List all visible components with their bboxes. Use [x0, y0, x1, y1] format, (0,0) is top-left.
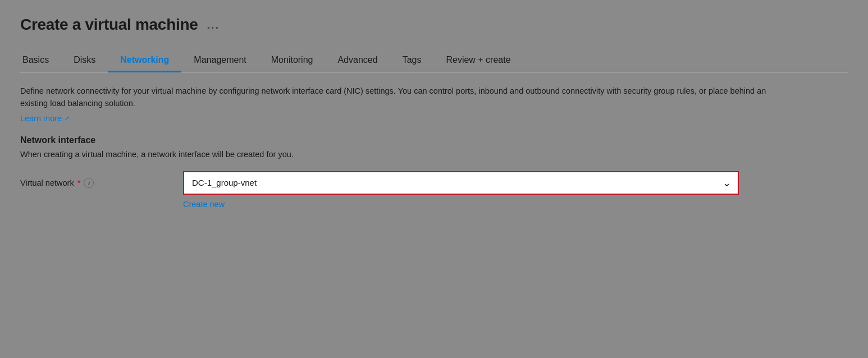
tab-tags[interactable]: Tags — [390, 49, 434, 72]
learn-more-label: Learn more — [20, 114, 62, 123]
external-link-icon: ↗ — [64, 114, 70, 122]
virtual-network-select[interactable]: DC-1_group-vnet — [183, 171, 739, 195]
create-new-link[interactable]: Create new — [183, 200, 225, 209]
page-title: Create a virtual machine — [20, 16, 198, 34]
tabs-container: Basics Disks Networking Management Monit… — [20, 49, 848, 72]
network-interface-description: When creating a virtual machine, a netwo… — [20, 150, 848, 159]
tab-monitoring[interactable]: Monitoring — [259, 49, 326, 72]
page-container: Create a virtual machine ... Basics Disk… — [0, 0, 868, 358]
info-icon[interactable]: i — [84, 178, 94, 188]
page-title-row: Create a virtual machine ... — [20, 16, 848, 34]
networking-description: Define network connectivity for your vir… — [20, 85, 784, 110]
tab-review-create[interactable]: Review + create — [433, 49, 523, 72]
learn-more-link[interactable]: Learn more ↗ — [20, 114, 70, 123]
tab-disks[interactable]: Disks — [61, 49, 108, 72]
tab-advanced[interactable]: Advanced — [325, 49, 390, 72]
network-interface-title: Network interface — [20, 135, 848, 145]
virtual-network-dropdown-wrapper: DC-1_group-vnet ⌄ — [183, 171, 739, 195]
tab-management[interactable]: Management — [181, 49, 258, 72]
virtual-network-label: Virtual network * i — [20, 178, 183, 188]
tab-networking[interactable]: Networking — [108, 49, 181, 72]
tab-basics[interactable]: Basics — [20, 49, 61, 72]
required-indicator: * — [77, 178, 81, 187]
virtual-network-row: Virtual network * i DC-1_group-vnet ⌄ — [20, 171, 848, 195]
virtual-network-label-text: Virtual network — [20, 178, 74, 187]
ellipsis-button[interactable]: ... — [205, 19, 222, 30]
